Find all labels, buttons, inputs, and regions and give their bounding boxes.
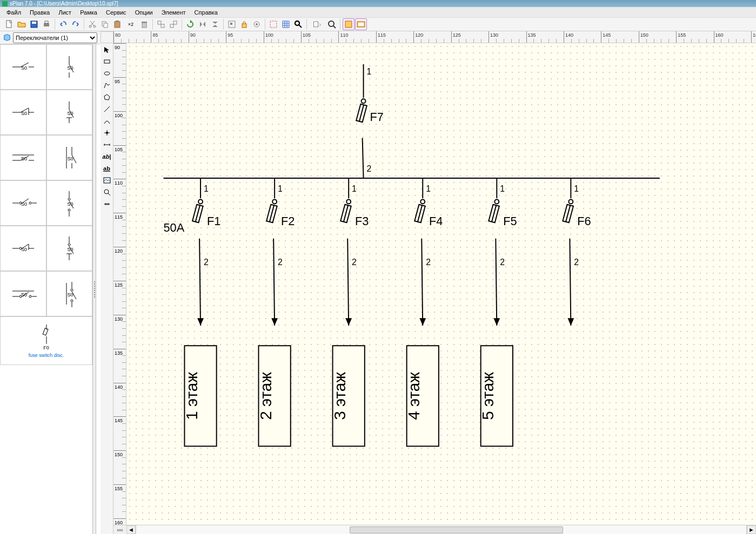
fuse-f5[interactable]: 1 F5 2 xyxy=(489,178,517,326)
library-item[interactable]: S0 xyxy=(0,90,46,135)
search-icon[interactable] xyxy=(292,18,304,30)
cut-icon[interactable] xyxy=(86,18,98,30)
svg-rect-12 xyxy=(142,22,147,23)
preview-icon[interactable] xyxy=(343,18,354,30)
poly-icon[interactable] xyxy=(102,80,112,91)
open-icon[interactable] xyxy=(16,18,28,30)
fuse-f3[interactable]: 1 F3 2 xyxy=(340,178,369,326)
library-item[interactable]: S0 xyxy=(46,271,93,316)
menu-help[interactable]: Справка xyxy=(190,8,222,17)
undo-icon[interactable] xyxy=(57,18,69,30)
paste-icon[interactable] xyxy=(111,18,123,30)
polygon-icon[interactable] xyxy=(102,92,112,103)
snap-icon[interactable] xyxy=(267,18,279,30)
group-icon[interactable] xyxy=(226,18,238,30)
fuse-f7[interactable]: 1 F7 2 xyxy=(356,64,384,178)
curve-icon[interactable] xyxy=(102,116,112,126)
scroll-thumb[interactable] xyxy=(350,526,563,533)
svg-line-106 xyxy=(199,239,200,326)
measure-icon[interactable] xyxy=(102,199,112,209)
fuse-f4[interactable]: 1 F4 2 xyxy=(414,178,443,326)
floor-box-4[interactable]: 4 этаж xyxy=(405,346,439,446)
fuse-f1[interactable]: 1 F1 2 xyxy=(192,178,220,326)
paste-x2-icon[interactable]: ×2 xyxy=(124,18,138,30)
dimension-icon[interactable] xyxy=(102,139,112,150)
diagram[interactable]: 1 F7 2 50A 1 F1 2 1 этаж 1 F2 2 2 этаж 1… xyxy=(126,43,756,525)
delete-icon[interactable] xyxy=(138,18,150,30)
library-item[interactable]: S0 xyxy=(46,44,93,90)
zoom-tool-icon[interactable] xyxy=(102,187,112,198)
svg-rect-11 xyxy=(142,23,146,28)
zoom-icon[interactable] xyxy=(326,18,338,30)
svg-point-93 xyxy=(362,99,366,103)
text2-icon[interactable]: ab xyxy=(102,163,112,174)
fuse-f6[interactable]: 1 F6 2 xyxy=(563,178,591,326)
junction-icon[interactable] xyxy=(102,127,112,138)
scroll-left-icon[interactable]: ◄ xyxy=(126,525,136,534)
ruler-horizontal[interactable]: 8085909510010511011512012513013514014515… xyxy=(113,31,756,43)
grid-icon[interactable] xyxy=(280,18,292,30)
splitter[interactable] xyxy=(93,44,96,534)
menubar[interactable]: Файл Правка Лист Рамка Сервис Опции Элем… xyxy=(0,7,756,17)
svg-rect-8 xyxy=(104,23,108,28)
lock-icon[interactable] xyxy=(238,18,250,30)
flip-v-icon[interactable] xyxy=(209,18,221,30)
page-icon[interactable] xyxy=(309,18,325,30)
ellipse-icon[interactable] xyxy=(102,68,112,79)
ruler-vertical[interactable]: 9095100105110115120125130135140145150155… xyxy=(113,43,126,525)
print-icon[interactable] xyxy=(41,18,52,30)
svg-text:2: 2 xyxy=(204,258,209,267)
library-item[interactable]: S0 xyxy=(46,180,93,226)
menu-service[interactable]: Сервис xyxy=(102,8,131,17)
new-icon[interactable] xyxy=(3,18,15,30)
text1-icon[interactable]: ab| xyxy=(102,151,112,162)
line-icon[interactable] xyxy=(102,104,112,114)
flip-h-icon[interactable] xyxy=(197,18,209,30)
svg-line-136 xyxy=(422,239,423,326)
menu-sheet[interactable]: Лист xyxy=(54,8,76,17)
floor-box-1[interactable]: 1 этаж xyxy=(183,346,217,446)
library-item[interactable]: S0 xyxy=(46,135,93,180)
svg-point-102 xyxy=(198,199,203,204)
svg-rect-2 xyxy=(32,22,36,24)
frame-icon[interactable] xyxy=(355,18,367,30)
menu-frame[interactable]: Рамка xyxy=(76,8,102,17)
canvas[interactable]: 1 F7 2 50A 1 F1 2 1 этаж 1 F2 2 2 этаж 1… xyxy=(126,43,756,525)
library-item[interactable]: S0 xyxy=(0,44,46,90)
svg-point-76 xyxy=(29,295,31,298)
menu-file[interactable]: Файл xyxy=(2,8,25,17)
svg-point-58 xyxy=(68,198,70,200)
floor-box-5[interactable]: 5 этаж xyxy=(479,346,513,446)
library-item-last[interactable]: F0 fuse switch disc. xyxy=(0,316,92,365)
rect-icon[interactable] xyxy=(102,56,112,67)
library-item[interactable]: S0 xyxy=(46,90,93,135)
h-scrollbar[interactable]: мм ◄ ► xyxy=(113,525,756,534)
menu-options[interactable]: Опции xyxy=(131,8,157,17)
duplicate-icon[interactable] xyxy=(155,18,167,30)
menu-element[interactable]: Элемент xyxy=(157,8,190,17)
floor-box-3[interactable]: 3 этаж xyxy=(331,346,365,446)
floor-box-2[interactable]: 2 этаж xyxy=(257,346,291,446)
settings-icon[interactable] xyxy=(251,18,263,30)
rotate-icon[interactable] xyxy=(184,18,196,30)
menu-edit[interactable]: Правка xyxy=(25,8,54,17)
library-item[interactable]: S0 xyxy=(0,226,46,271)
fuse-f2[interactable]: 1 F2 2 xyxy=(266,178,295,326)
library-select[interactable]: Переключатели (1) xyxy=(13,32,97,43)
svg-text:1: 1 xyxy=(574,184,579,193)
scroll-track[interactable] xyxy=(136,525,747,534)
save-icon[interactable] xyxy=(28,18,40,30)
svg-rect-9 xyxy=(115,22,120,28)
redo-icon[interactable] xyxy=(70,18,82,30)
pointer-icon[interactable] xyxy=(102,44,112,55)
image-icon[interactable] xyxy=(102,175,112,186)
library-item[interactable]: S0 xyxy=(46,226,93,271)
duplicate2-icon[interactable] xyxy=(168,18,179,30)
library-item[interactable]: S0 xyxy=(0,180,46,226)
copy-icon[interactable] xyxy=(99,18,111,30)
library-item[interactable]: S0 xyxy=(0,135,46,180)
scroll-right-icon[interactable]: ► xyxy=(747,525,756,534)
library-item[interactable]: S0 xyxy=(0,271,46,316)
svg-text:2: 2 xyxy=(574,258,579,267)
window-title: sPlan 7.0 - [C:\Users\Admin\Desktop\10.s… xyxy=(10,1,118,6)
